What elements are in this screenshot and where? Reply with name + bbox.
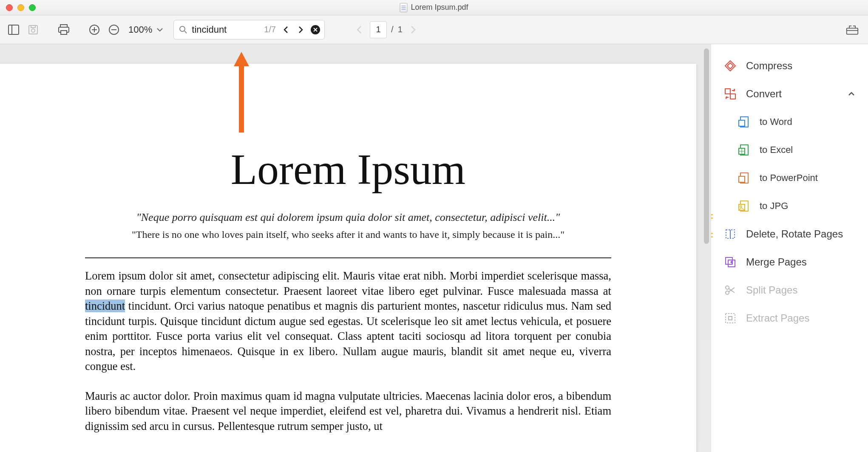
svg-line-14 (184, 31, 187, 33)
svg-rect-22 (739, 120, 745, 126)
split-icon (724, 284, 737, 297)
search-box: 1/7 (173, 20, 325, 40)
svg-rect-19 (725, 89, 730, 94)
svg-rect-20 (730, 94, 735, 99)
vertical-scrollbar[interactable] (704, 48, 709, 244)
sidebar-item-label: Convert (746, 88, 782, 100)
delete-rotate-icon (724, 228, 737, 240)
print-button[interactable] (55, 21, 72, 38)
sidebar-item-label: to Word (760, 116, 792, 127)
svg-rect-42 (726, 314, 735, 323)
document-icon (400, 3, 407, 12)
window-titlebar: Lorem Ipsum.pdf (0, 0, 868, 15)
svg-line-41 (729, 288, 735, 292)
search-input[interactable] (192, 24, 260, 35)
pdf-page: Lorem Ipsum "Neque porro quisquam est qu… (0, 64, 696, 452)
svg-rect-4 (31, 25, 35, 28)
search-next-button[interactable] (295, 24, 306, 35)
sidebar-item-compress[interactable]: Compress (711, 52, 868, 80)
zoom-out-button[interactable] (105, 21, 122, 38)
svg-rect-28 (739, 176, 745, 182)
window-title-text: Lorem Ipsum.pdf (411, 3, 468, 12)
sidebar-item-label: to JPG (760, 201, 788, 212)
horizontal-rule (85, 257, 611, 258)
search-highlight: tincidunt (85, 299, 125, 312)
save-button[interactable] (25, 21, 42, 38)
sidebar-item-extract[interactable]: Extract Pages (711, 304, 868, 332)
sidebar-resize-handle[interactable] (711, 212, 713, 223)
zoom-level-dropdown[interactable]: 100% (125, 24, 165, 35)
sidebar-item-to-powerpoint[interactable]: to PowerPoint (711, 164, 868, 192)
svg-rect-43 (729, 316, 732, 320)
extract-icon (724, 312, 737, 325)
page-separator: / (391, 25, 394, 34)
sidebar-item-convert[interactable]: Convert (711, 80, 868, 108)
sidebar-item-merge[interactable]: Merge Pages (711, 248, 868, 276)
sidebar-item-label: Delete, Rotate Pages (746, 228, 843, 240)
paragraph-1: Lorem ipsum dolor sit amet, consectetur … (85, 268, 611, 374)
sidebar-item-label: to Excel (760, 144, 793, 155)
sidebar-resize-handle[interactable] (711, 230, 713, 241)
merge-icon (724, 256, 737, 268)
sidebar-item-label: to PowerPoint (760, 172, 818, 184)
powerpoint-icon (738, 172, 750, 184)
svg-line-40 (729, 288, 735, 293)
next-page-button[interactable] (407, 25, 420, 35)
toolbar: 100% 1/7 1 / 1 (0, 15, 868, 44)
svg-point-3 (31, 29, 35, 32)
prev-page-button[interactable] (353, 25, 366, 35)
sidebar-item-to-jpg[interactable]: to JPG (711, 192, 868, 220)
document-viewport[interactable]: Lorem Ipsum "Neque porro quisquam est qu… (0, 44, 711, 452)
main-area: Lorem Ipsum "Neque porro quisquam est qu… (0, 44, 868, 452)
jpg-icon (738, 200, 750, 212)
svg-rect-7 (61, 31, 67, 34)
document-quote-english: "There is no one who loves pain itself, … (85, 229, 611, 240)
window-title: Lorem Ipsum.pdf (400, 3, 468, 12)
toolbox-button[interactable] (846, 21, 863, 38)
convert-icon (724, 88, 737, 100)
document-heading: Lorem Ipsum (85, 144, 611, 194)
search-icon (179, 25, 187, 34)
page-navigation: 1 / 1 (353, 21, 420, 38)
sidebar-item-label: Merge Pages (746, 256, 807, 268)
chevron-up-icon (848, 91, 855, 96)
sidebar-item-split[interactable]: Split Pages (711, 276, 868, 304)
sidebar-item-to-word[interactable]: to Word (711, 108, 868, 136)
sidebar-item-label: Split Pages (746, 284, 797, 296)
zoom-in-button[interactable] (86, 21, 103, 38)
svg-rect-0 (9, 25, 19, 34)
svg-point-13 (180, 26, 185, 31)
search-clear-button[interactable] (311, 25, 320, 34)
maximize-window-button[interactable] (29, 4, 36, 11)
search-result-count: 1/7 (264, 25, 276, 34)
sidebar-item-label: Extract Pages (746, 312, 809, 324)
tools-sidebar: Compress Convert to Word to Excel to Pow… (711, 44, 868, 452)
excel-icon (738, 144, 750, 156)
compress-icon (724, 59, 737, 72)
close-window-button[interactable] (6, 4, 13, 11)
zoom-controls: 100% (86, 21, 165, 38)
sidebar-toggle-button[interactable] (5, 21, 22, 38)
total-pages: 1 (398, 25, 403, 34)
current-page-input[interactable]: 1 (370, 21, 387, 38)
zoom-level-text: 100% (128, 24, 152, 35)
chevron-down-icon (156, 28, 163, 32)
window-controls (0, 4, 36, 11)
sidebar-item-to-excel[interactable]: to Excel (711, 136, 868, 164)
svg-rect-15 (847, 28, 858, 34)
sidebar-item-label: Compress (746, 60, 792, 72)
document-quote-latin: "Neque porro quisquam est qui dolorem ip… (85, 211, 611, 224)
word-icon (738, 116, 750, 128)
search-prev-button[interactable] (280, 24, 291, 35)
paragraph-2: Mauris ac auctor dolor. Proin maximus qu… (85, 389, 611, 434)
minimize-window-button[interactable] (17, 4, 24, 11)
sidebar-item-delete-rotate[interactable]: Delete, Rotate Pages (711, 220, 868, 248)
